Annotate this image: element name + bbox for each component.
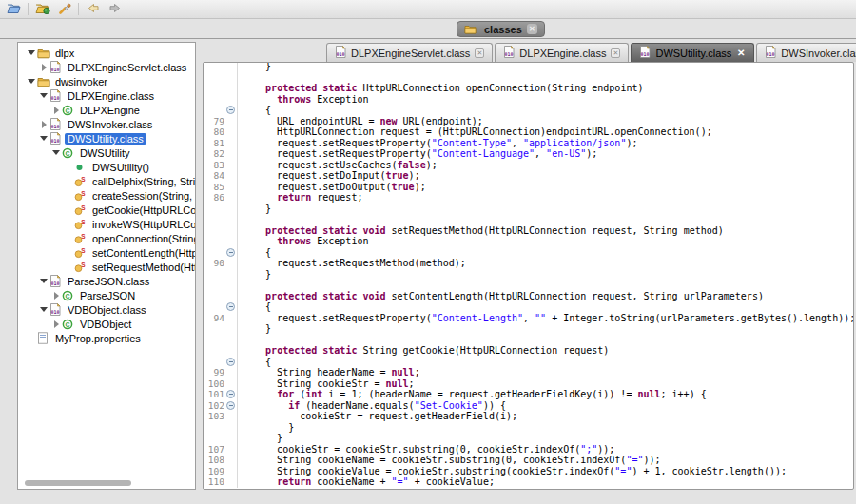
collapse-icon[interactable] bbox=[226, 248, 235, 257]
tree-item[interactable]: 010VDBObject.class bbox=[18, 302, 195, 317]
tree-item-label: DWSInvoker.class bbox=[65, 119, 155, 130]
code-text: { bbox=[237, 247, 853, 259]
fold-marker[interactable] bbox=[224, 105, 237, 116]
chevron-down-icon[interactable] bbox=[50, 150, 62, 155]
editor-tab[interactable]: 010DLPXEngineServlet.class✕ bbox=[326, 43, 493, 62]
fold-marker[interactable] bbox=[224, 301, 237, 313]
fold-gutter bbox=[224, 72, 237, 84]
tree-item-label: dwsinvoker bbox=[52, 76, 110, 87]
chevron-down-icon[interactable] bbox=[38, 279, 49, 283]
static-method-icon: S bbox=[74, 232, 89, 244]
collapse-icon[interactable] bbox=[226, 390, 235, 398]
tree-item[interactable]: 010DWSInvoker.class bbox=[18, 117, 195, 131]
tree-item[interactable]: dwsinvoker bbox=[18, 74, 195, 88]
code-text: for (int i = 1; (headerName = request.ge… bbox=[237, 389, 853, 400]
editor-tab-label: DLPXEngineServlet.class bbox=[351, 48, 470, 59]
chevron-down-icon[interactable] bbox=[38, 93, 49, 98]
tree-item[interactable]: DWSUtility() bbox=[18, 160, 195, 174]
code-text: } bbox=[237, 269, 853, 281]
fold-marker[interactable] bbox=[224, 389, 237, 400]
tree-item[interactable]: 010DLPXEngineServlet.class bbox=[18, 60, 195, 74]
open-file-button[interactable] bbox=[3, 1, 25, 17]
svg-text:010: 010 bbox=[641, 51, 650, 57]
chevron-right-icon[interactable] bbox=[38, 121, 49, 128]
collapse-icon[interactable] bbox=[226, 358, 235, 366]
open-type-button[interactable] bbox=[31, 1, 53, 17]
line-number bbox=[204, 269, 224, 281]
line-number: 99 bbox=[204, 367, 224, 378]
editor-tab[interactable]: 010DLPXEngine.class✕ bbox=[495, 43, 629, 62]
tree-item[interactable]: SgetCookie(HttpURLCon bbox=[18, 203, 195, 217]
code-text: request.setRequestProperty("Content-Type… bbox=[237, 138, 853, 149]
chevron-right-icon[interactable] bbox=[50, 292, 62, 300]
code-text: request.setRequestProperty("Content-Leng… bbox=[237, 313, 854, 324]
editor-tab-label: DWSInvoker.class bbox=[781, 48, 856, 59]
line-number bbox=[204, 204, 224, 215]
line-number bbox=[204, 214, 224, 225]
tree-item[interactable]: SopenConnection(String bbox=[18, 231, 195, 245]
close-icon[interactable]: ✕ bbox=[611, 48, 620, 58]
class-icon: C bbox=[62, 146, 77, 159]
chevron-right-icon[interactable] bbox=[50, 107, 62, 114]
code-text: } bbox=[237, 204, 853, 215]
code-line bbox=[204, 335, 853, 346]
tree-item[interactable]: CVDBObject bbox=[18, 317, 195, 331]
tree-item[interactable]: ScreateSession(String, St bbox=[18, 188, 195, 203]
package-tree-panel[interactable]: dlpx010DLPXEngineServlet.classdwsinvoker… bbox=[17, 42, 196, 490]
close-icon[interactable]: ✕ bbox=[527, 24, 537, 34]
tree-item[interactable]: MyProp.properties bbox=[18, 331, 195, 345]
tree-item[interactable]: CDWSUtility bbox=[18, 145, 195, 160]
tree-item[interactable]: CDLPXEngine bbox=[18, 103, 195, 117]
fold-gutter bbox=[224, 280, 237, 291]
tree-item[interactable]: ScallDelphix(String, Strin bbox=[18, 174, 195, 188]
code-editor[interactable]: } protected static HttpURLConnection ope… bbox=[203, 62, 854, 490]
fold-marker[interactable] bbox=[224, 400, 237, 412]
classfile-icon: 010 bbox=[335, 46, 346, 60]
code-line: 81 request.setRequestProperty("Content-T… bbox=[204, 138, 853, 149]
fold-marker[interactable] bbox=[224, 357, 237, 368]
chevron-down-icon[interactable] bbox=[26, 50, 37, 55]
scrollbar-thumb[interactable] bbox=[25, 480, 131, 486]
back-button[interactable] bbox=[82, 1, 104, 17]
search-button[interactable] bbox=[53, 1, 75, 17]
close-icon[interactable]: ✕ bbox=[736, 48, 746, 58]
forward-button[interactable] bbox=[104, 1, 126, 17]
close-icon[interactable]: ✕ bbox=[475, 48, 484, 58]
chevron-down-icon[interactable] bbox=[38, 307, 49, 312]
chevron-right-icon[interactable] bbox=[38, 64, 49, 71]
svg-text:S: S bbox=[81, 176, 86, 183]
tree-item[interactable]: 010DLPXEngine.class bbox=[18, 88, 195, 103]
tree-item[interactable]: 010ParseJSON.class bbox=[18, 274, 195, 288]
jar-tab-classes[interactable]: classes ✕ bbox=[457, 21, 545, 37]
svg-text:S: S bbox=[81, 219, 86, 225]
editor-tab[interactable]: 010DWSInvoker.class✕ bbox=[756, 43, 856, 62]
class-icon: C bbox=[62, 104, 77, 116]
fold-gutter bbox=[224, 182, 237, 193]
tree-item-label: DLPXEngine bbox=[77, 105, 143, 116]
collapse-icon[interactable] bbox=[226, 106, 235, 114]
tree-item[interactable]: SsetContentLength(Http bbox=[18, 245, 195, 260]
chevron-right-icon[interactable] bbox=[50, 320, 62, 328]
tree-item[interactable]: 010DWSUtility.class bbox=[18, 131, 195, 145]
tree-item[interactable]: CParseJSON bbox=[18, 288, 195, 302]
line-number bbox=[204, 301, 224, 313]
chevron-down-icon[interactable] bbox=[38, 136, 49, 141]
collapse-icon[interactable] bbox=[226, 401, 235, 410]
collapse-icon[interactable] bbox=[226, 302, 235, 311]
horizontal-scrollbar[interactable] bbox=[21, 479, 192, 487]
code-text: } bbox=[237, 433, 853, 444]
fold-marker[interactable] bbox=[224, 247, 237, 259]
code-line: 99 String headerName = null; bbox=[204, 367, 853, 378]
tree-item[interactable]: SsetRequestMethod(Http bbox=[18, 260, 195, 274]
line-number bbox=[204, 422, 224, 434]
tree-item[interactable]: dlpx bbox=[18, 46, 195, 60]
editor-tab[interactable]: 010DWSUtility.class✕ bbox=[631, 43, 754, 62]
svg-text:010: 010 bbox=[50, 95, 59, 101]
fold-gutter bbox=[224, 269, 237, 281]
tree-item[interactable]: SinvokeWS(HttpURLConn bbox=[18, 217, 195, 231]
toolbar-separator bbox=[78, 3, 79, 15]
line-number bbox=[204, 433, 224, 444]
chevron-down-icon[interactable] bbox=[26, 79, 37, 84]
code-line: 80 HttpURLConnection request = (HttpURLC… bbox=[204, 126, 853, 138]
code-text: request.setDoInput(true); bbox=[237, 170, 853, 182]
